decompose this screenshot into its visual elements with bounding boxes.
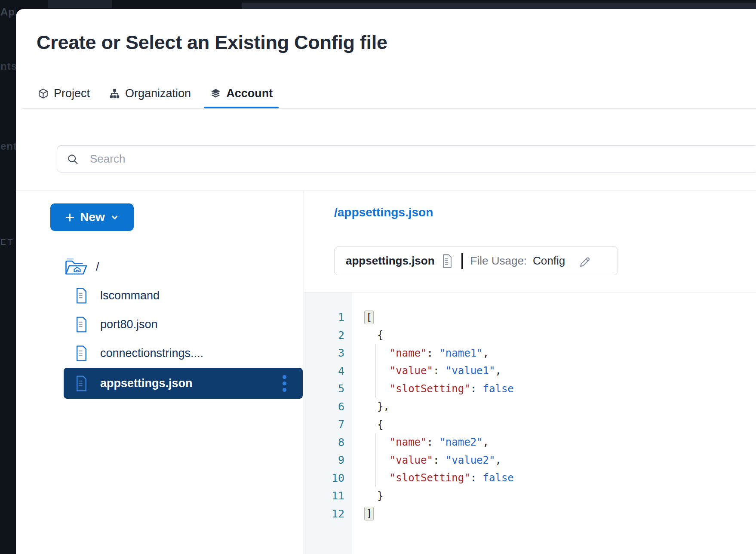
layers-icon — [210, 88, 221, 99]
file-usage-label: File Usage: — [470, 254, 527, 268]
tabs-divider — [22, 108, 756, 109]
file-name: connectionstrings.... — [100, 347, 203, 360]
backdrop-sidebar-strip: Api nts ents ET — [0, 0, 16, 554]
tree-item-lscommand[interactable]: lscommand — [16, 281, 303, 310]
dialog-content: New — [16, 191, 756, 554]
root-folder-label: / — [96, 260, 99, 274]
code-line: 12] — [304, 505, 756, 523]
file-icon — [75, 287, 88, 304]
backdrop-header-segment — [242, 3, 756, 9]
backdrop-text-fragment: nts — [0, 60, 16, 72]
code-line: 3 "name": "name1", — [304, 344, 756, 362]
line-number: 3 — [304, 347, 352, 359]
backdrop-text-fragment: ET — [0, 237, 14, 247]
config-file-dialog: Create or Select an Existing Config file… — [16, 9, 756, 554]
line-number: 6 — [304, 400, 352, 413]
file-icon — [75, 345, 88, 362]
page-title: Create or Select an Existing Config file — [37, 31, 387, 54]
tab-project[interactable]: Project — [37, 78, 90, 109]
backdrop-text-fragment: ents — [0, 140, 16, 152]
search-input[interactable] — [89, 152, 756, 166]
code-line: 10 "slotSetting": false — [304, 469, 756, 487]
line-number: 5 — [304, 382, 352, 395]
file-path-link[interactable]: /appsettings.json — [334, 206, 433, 219]
line-number: 11 — [304, 489, 352, 502]
edit-pencil-icon[interactable] — [578, 254, 592, 268]
tab-label: Organization — [125, 87, 191, 100]
line-number: 10 — [304, 472, 352, 484]
separator — [461, 253, 463, 269]
line-number: 12 — [304, 508, 352, 520]
code-line: 4 "value": "value1", — [304, 362, 756, 380]
code-line: 7 { — [304, 416, 756, 434]
file-info-bar: appsettings.json File Usage: Config — [334, 246, 618, 275]
tab-bar: Project — [37, 78, 273, 109]
line-number: 7 — [304, 418, 352, 431]
code-line: 1[ — [304, 308, 756, 326]
code-line: 5 "slotSetting": false — [304, 380, 756, 398]
search-box — [57, 145, 756, 172]
line-number: 1 — [304, 311, 352, 323]
file-name: port80.json — [100, 318, 158, 331]
tab-label: Project — [54, 87, 90, 100]
code-line: 8 "name": "name2", — [304, 434, 756, 452]
cube-icon — [37, 88, 49, 99]
tab-label: Account — [226, 87, 273, 100]
tree-item-root[interactable]: / — [16, 252, 303, 281]
line-number: 4 — [304, 365, 352, 377]
file-name: appsettings.json — [346, 254, 435, 268]
code-line: 11 } — [304, 487, 756, 505]
code-line: 9 "value": "value2", — [304, 451, 756, 469]
line-number: 2 — [304, 329, 352, 342]
sitemap-icon — [109, 88, 120, 99]
code-editor[interactable]: 1[2 {3 "name": "name1",4 "value": "value… — [304, 292, 756, 554]
search-icon — [67, 153, 79, 165]
file-name: appsettings.json — [100, 377, 267, 390]
backdrop-text-fragment: Api — [0, 6, 16, 18]
file-icon — [75, 316, 88, 333]
tab-account[interactable]: Account — [210, 78, 273, 109]
code-line: 6 }, — [304, 398, 756, 416]
document-icon — [442, 254, 453, 268]
new-button-label: New — [80, 210, 105, 224]
screen: Api nts ents ET Create or Select an Exis… — [0, 0, 756, 554]
backdrop-header-segment — [48, 0, 112, 8]
tree-item-connectionstrings[interactable]: connectionstrings.... — [16, 339, 303, 368]
chevron-down-icon — [110, 213, 119, 222]
file-name: lscommand — [100, 289, 160, 302]
new-file-button[interactable]: New — [50, 203, 134, 231]
tab-organization[interactable]: Organization — [109, 78, 191, 109]
tree-item-port80-json[interactable]: port80.json — [16, 310, 303, 339]
editor-lines: 1[2 {3 "name": "name1",4 "value": "value… — [304, 292, 756, 523]
line-number: 9 — [304, 454, 352, 466]
open-folder-home-icon — [64, 257, 88, 277]
line-number: 8 — [304, 436, 352, 449]
code-line: 2 { — [304, 326, 756, 345]
tree-item-appsettings-json[interactable]: appsettings.json — [64, 368, 303, 399]
file-browser-panel: New — [16, 191, 304, 554]
kebab-menu-icon[interactable] — [279, 373, 290, 394]
file-icon — [75, 375, 88, 392]
file-tree-items: lscommand port80.json connectionstrings.… — [16, 281, 303, 399]
file-tree: / lscommand port80.json connectionstring… — [16, 252, 303, 399]
file-usage-value: Config — [533, 254, 565, 268]
file-view-panel: /appsettings.json appsettings.json File … — [304, 191, 756, 554]
plus-icon — [65, 212, 75, 222]
